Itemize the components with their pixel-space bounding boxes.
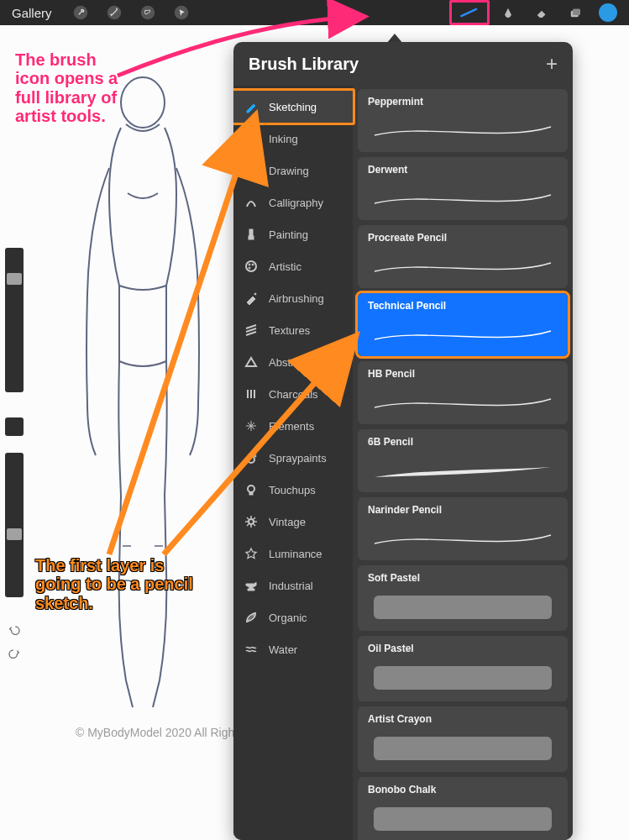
svg-rect-12 bbox=[374, 666, 552, 690]
brush-name: Peppermint bbox=[368, 96, 558, 108]
brush-stroke-preview bbox=[366, 802, 559, 836]
category-inking[interactable]: Inking bbox=[233, 123, 353, 155]
squiggle-icon bbox=[244, 163, 259, 178]
category-label: Drawing bbox=[269, 165, 309, 177]
category-elements[interactable]: Elements bbox=[233, 410, 353, 442]
leaf-icon bbox=[244, 610, 259, 625]
triangle-icon bbox=[244, 354, 259, 370]
smudge-tool-button[interactable] bbox=[491, 0, 525, 25]
layers-button[interactable] bbox=[558, 0, 592, 25]
drop-icon bbox=[244, 131, 259, 146]
category-touchups[interactable]: Touchups bbox=[233, 474, 353, 506]
redo-button[interactable] bbox=[5, 644, 24, 663]
wrench-icon[interactable] bbox=[64, 0, 97, 25]
brush-peppermint[interactable]: Peppermint bbox=[358, 89, 568, 152]
category-label: Calligraphy bbox=[269, 197, 323, 209]
category-label: Spraypaints bbox=[269, 452, 327, 465]
category-label: Painting bbox=[269, 228, 308, 241]
category-spraypaints[interactable]: Spraypaints bbox=[233, 442, 353, 474]
brush-name: Derwent bbox=[368, 164, 558, 176]
category-water[interactable]: Water bbox=[233, 633, 353, 665]
brush-tool-button[interactable] bbox=[449, 0, 490, 25]
category-vintage[interactable]: Vintage bbox=[233, 506, 353, 538]
brush-stroke-preview bbox=[366, 118, 559, 144]
brush-hb-pencil[interactable]: HB Pencil bbox=[358, 361, 568, 424]
watermark-text: © MyBodyModel 2020 All Rights bbox=[76, 726, 244, 739]
category-label: Airbrushing bbox=[269, 292, 324, 305]
gallery-button[interactable]: Gallery bbox=[0, 6, 64, 20]
brush-stroke-preview bbox=[366, 527, 559, 552]
category-luminance[interactable]: Luminance bbox=[233, 538, 353, 570]
category-calligraphy[interactable]: Calligraphy bbox=[233, 186, 353, 218]
category-drawing[interactable]: Drawing bbox=[233, 155, 353, 186]
brush-list: PeppermintDerwentProcreate PencilTechnic… bbox=[353, 86, 573, 840]
palette-icon bbox=[244, 259, 259, 274]
brush-opacity-thumb[interactable] bbox=[7, 528, 22, 540]
svg-rect-18 bbox=[374, 807, 552, 831]
brush-artist-crayon[interactable]: Artist Crayon bbox=[358, 706, 568, 772]
category-painting[interactable]: Painting bbox=[233, 218, 353, 250]
category-organic[interactable]: Organic bbox=[233, 601, 353, 633]
category-textures[interactable]: Textures bbox=[233, 314, 353, 346]
pencil-icon bbox=[244, 99, 259, 114]
brush-soft-pastel[interactable]: Soft Pastel bbox=[358, 565, 568, 631]
svg-rect-6 bbox=[573, 9, 580, 16]
brush-derwent[interactable]: Derwent bbox=[358, 157, 568, 220]
brush-opacity-slider[interactable] bbox=[5, 453, 24, 597]
svg-rect-9 bbox=[374, 596, 552, 619]
category-label: Water bbox=[269, 643, 297, 656]
category-artistic[interactable]: Artistic bbox=[233, 250, 353, 282]
color-swatch[interactable] bbox=[599, 3, 617, 22]
svg-point-0 bbox=[121, 77, 165, 128]
brush-name: HB Pencil bbox=[368, 368, 558, 380]
brush-procreate-pencil[interactable]: Procreate Pencil bbox=[358, 225, 568, 288]
brush-category-list: SketchingInkingDrawingCalligraphyPaintin… bbox=[233, 86, 353, 840]
brush-name: Artist Crayon bbox=[368, 713, 558, 725]
category-industrial[interactable]: Industrial bbox=[233, 570, 353, 601]
category-label: Charcoals bbox=[269, 388, 318, 401]
anvil-icon bbox=[244, 578, 259, 593]
category-label: Textures bbox=[269, 324, 310, 337]
brush-6b-pencil[interactable]: 6B Pencil bbox=[358, 429, 568, 492]
undo-button[interactable] bbox=[5, 621, 24, 639]
brush-stroke-preview bbox=[366, 732, 559, 765]
category-label: Vintage bbox=[269, 516, 306, 528]
brush-stroke-preview bbox=[366, 255, 559, 280]
brush-technical-pencil[interactable]: Technical Pencil bbox=[358, 293, 568, 356]
category-abstract[interactable]: Abstract bbox=[233, 346, 353, 378]
category-label: Industrial bbox=[269, 580, 313, 592]
cursor-icon[interactable] bbox=[165, 0, 198, 25]
brush-size-slider[interactable] bbox=[5, 248, 24, 392]
category-label: Inking bbox=[269, 133, 298, 145]
category-sketching[interactable]: Sketching bbox=[233, 91, 353, 123]
bars-icon bbox=[244, 386, 259, 402]
brush-size-thumb[interactable] bbox=[7, 273, 22, 285]
brush-stroke-preview bbox=[366, 186, 559, 212]
category-label: Artistic bbox=[269, 260, 301, 273]
panel-title: Brush Library bbox=[249, 55, 359, 74]
brush-name: Narinder Pencil bbox=[368, 504, 558, 516]
category-charcoals[interactable]: Charcoals bbox=[233, 378, 353, 410]
hatch-icon bbox=[244, 323, 259, 338]
category-label: Sketching bbox=[269, 101, 317, 113]
star-icon bbox=[244, 546, 259, 561]
top-toolbar: Gallery bbox=[0, 0, 629, 25]
gear-icon bbox=[244, 514, 259, 529]
brush-bonobo-chalk[interactable]: Bonobo Chalk bbox=[358, 777, 568, 840]
brush-name: Technical Pencil bbox=[368, 300, 558, 312]
select-icon[interactable] bbox=[131, 0, 165, 25]
brush-name: Oil Pastel bbox=[368, 643, 558, 654]
category-label: Organic bbox=[269, 612, 307, 624]
wand-icon[interactable] bbox=[97, 0, 131, 25]
spray-icon bbox=[244, 450, 259, 465]
category-label: Touchups bbox=[269, 484, 316, 496]
modify-button[interactable] bbox=[5, 417, 24, 436]
add-brush-button[interactable]: + bbox=[546, 52, 558, 76]
category-airbrushing[interactable]: Airbrushing bbox=[233, 282, 353, 314]
sparkle-icon bbox=[244, 418, 259, 433]
brush-stroke-preview bbox=[366, 459, 559, 484]
brush-oil-pastel[interactable]: Oil Pastel bbox=[358, 636, 568, 701]
brush-narinder-pencil[interactable]: Narinder Pencil bbox=[358, 497, 568, 560]
eraser-tool-button[interactable] bbox=[525, 0, 558, 25]
category-label: Elements bbox=[269, 420, 314, 433]
